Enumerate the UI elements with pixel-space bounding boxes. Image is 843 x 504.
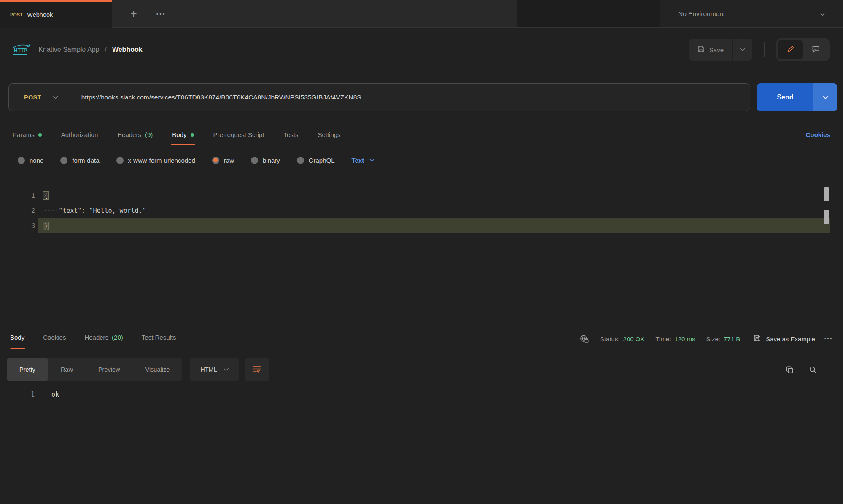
save-as-example-label: Save as Example bbox=[766, 335, 815, 343]
time-group: Time: 120 ms bbox=[655, 335, 695, 343]
url-input[interactable] bbox=[71, 94, 750, 101]
response-tab-headers-label: Headers bbox=[84, 334, 108, 341]
request-tabs: Params Authorization Headers (9) Body Pr… bbox=[0, 111, 843, 145]
request-tab-webhook[interactable]: POST Webhook bbox=[0, 0, 112, 28]
url-row: POST Send bbox=[8, 83, 837, 111]
view-tab-visualize[interactable]: Visualize bbox=[132, 358, 182, 381]
body-mode-row: none form-data x-www-form-urlencoded raw… bbox=[0, 149, 843, 171]
response-tab-body[interactable]: Body bbox=[10, 334, 24, 349]
environment-value: No Environment bbox=[678, 10, 725, 18]
radio-icon bbox=[297, 157, 304, 164]
wrap-lines-button[interactable] bbox=[245, 358, 269, 381]
chevron-down-icon bbox=[820, 12, 825, 16]
response-tab-cookies[interactable]: Cookies bbox=[43, 334, 66, 349]
tab-options-icon[interactable]: ••• bbox=[156, 11, 166, 17]
send-options-button[interactable] bbox=[813, 83, 837, 111]
body-mode-binary-label: binary bbox=[263, 157, 280, 164]
tab-params[interactable]: Params bbox=[13, 131, 42, 145]
tab-body-label: Body bbox=[172, 131, 186, 138]
tab-tests[interactable]: Tests bbox=[283, 131, 298, 145]
body-mode-raw-label: raw bbox=[224, 157, 234, 164]
cookies-link[interactable]: Cookies bbox=[806, 131, 830, 145]
tab-body[interactable]: Body bbox=[172, 131, 194, 145]
tab-headers[interactable]: Headers (9) bbox=[117, 131, 153, 145]
editor-line: 1 { bbox=[7, 188, 843, 203]
response-tab-test-results[interactable]: Test Results bbox=[142, 334, 176, 349]
line-number: 1 bbox=[7, 391, 35, 398]
breadcrumb-request-name: Webhook bbox=[112, 46, 143, 54]
toolbar-divider bbox=[764, 42, 765, 57]
url-bar: POST bbox=[8, 83, 750, 111]
response-tab-test-results-label: Test Results bbox=[142, 334, 176, 341]
copy-icon[interactable] bbox=[786, 366, 794, 374]
response-tab-headers-count: (20) bbox=[112, 334, 123, 341]
method-selector[interactable]: POST bbox=[9, 94, 71, 101]
raw-language-selector[interactable]: Text bbox=[352, 157, 375, 164]
size-label: Size: bbox=[706, 335, 720, 343]
editor-scrollbar-marker[interactable] bbox=[824, 187, 829, 201]
tab-settings[interactable]: Settings bbox=[318, 131, 340, 145]
edit-request-button[interactable] bbox=[778, 40, 803, 59]
view-segmented-control: Pretty Raw Preview Visualize bbox=[7, 358, 182, 381]
tab-pre-request-script[interactable]: Pre-request Script bbox=[213, 131, 264, 145]
response-tab-cookies-label: Cookies bbox=[43, 334, 66, 341]
save-as-example-button[interactable]: Save as Example bbox=[754, 335, 815, 343]
comments-button[interactable] bbox=[803, 40, 828, 59]
tab-tests-label: Tests bbox=[283, 131, 298, 138]
chevron-down-icon bbox=[224, 368, 229, 371]
tabs-strip: POST Webhook + ••• bbox=[0, 0, 517, 28]
tab-headers-count: (9) bbox=[145, 131, 153, 138]
postman-window: POST Webhook + ••• No Environment HTTP K… bbox=[0, 0, 843, 504]
environment-selector[interactable]: No Environment bbox=[660, 0, 843, 28]
status-label: Status: bbox=[600, 335, 620, 343]
tab-pre-request-script-label: Pre-request Script bbox=[213, 131, 264, 138]
breadcrumb-collection[interactable]: Knative Sample App bbox=[38, 46, 99, 54]
search-icon[interactable] bbox=[809, 366, 817, 374]
line-number: 2 bbox=[7, 207, 35, 214]
modified-dot bbox=[191, 133, 194, 137]
tab-authorization[interactable]: Authorization bbox=[61, 131, 98, 145]
bracket-highlight: { bbox=[43, 192, 48, 200]
tab-headers-label: Headers bbox=[117, 131, 141, 138]
view-tab-preview[interactable]: Preview bbox=[86, 358, 133, 381]
radio-icon bbox=[116, 157, 124, 164]
toolbar-actions: Save bbox=[689, 38, 830, 61]
editor-scrollbar-marker[interactable] bbox=[824, 210, 829, 224]
response-actions bbox=[786, 366, 817, 374]
response-options-icon[interactable]: ••• bbox=[824, 336, 833, 342]
status-group: Status: 200 OK bbox=[600, 335, 645, 343]
save-button-label: Save bbox=[709, 46, 724, 54]
view-tab-pretty[interactable]: Pretty bbox=[7, 358, 48, 381]
method-value: POST bbox=[24, 94, 41, 101]
body-mode-none-label: none bbox=[30, 157, 43, 164]
body-mode-graphql-label: GraphQL bbox=[309, 157, 335, 164]
body-mode-none[interactable]: none bbox=[18, 157, 43, 164]
body-mode-urlencoded[interactable]: x-www-form-urlencoded bbox=[116, 157, 195, 164]
send-button[interactable]: Send bbox=[757, 83, 813, 111]
radio-icon bbox=[60, 157, 67, 164]
body-mode-binary[interactable]: binary bbox=[251, 157, 280, 164]
response-tab-headers[interactable]: Headers (20) bbox=[84, 334, 123, 349]
view-tab-raw[interactable]: Raw bbox=[48, 358, 86, 381]
body-mode-raw[interactable]: raw bbox=[212, 157, 234, 164]
globe-lock-icon[interactable] bbox=[579, 334, 589, 343]
body-mode-graphql[interactable]: GraphQL bbox=[297, 157, 335, 164]
body-mode-form-data[interactable]: form-data bbox=[60, 157, 99, 164]
code-text: { bbox=[35, 192, 48, 200]
response-format-selector[interactable]: HTML bbox=[190, 358, 239, 381]
save-options-button[interactable] bbox=[733, 39, 752, 61]
raw-language-value: Text bbox=[352, 157, 364, 164]
radio-icon bbox=[251, 157, 258, 164]
breadcrumb-separator: / bbox=[105, 46, 106, 54]
body-mode-urlencoded-label: x-www-form-urlencoded bbox=[128, 157, 195, 164]
chevron-down-icon bbox=[823, 96, 828, 99]
save-button[interactable]: Save bbox=[689, 39, 732, 61]
code-text: ····"text": "Hello, world." bbox=[35, 207, 146, 214]
chevron-down-icon bbox=[369, 158, 374, 162]
http-request-icon: HTTP bbox=[13, 48, 27, 55]
request-tab-bar: POST Webhook + ••• No Environment bbox=[0, 0, 843, 28]
new-tab-button[interactable]: + bbox=[130, 8, 137, 20]
request-body-editor[interactable]: 1 { 2 ····"text": "Hello, world." 3 } bbox=[7, 185, 843, 317]
radio-icon bbox=[18, 157, 25, 164]
bracket-highlight: } bbox=[43, 222, 48, 230]
